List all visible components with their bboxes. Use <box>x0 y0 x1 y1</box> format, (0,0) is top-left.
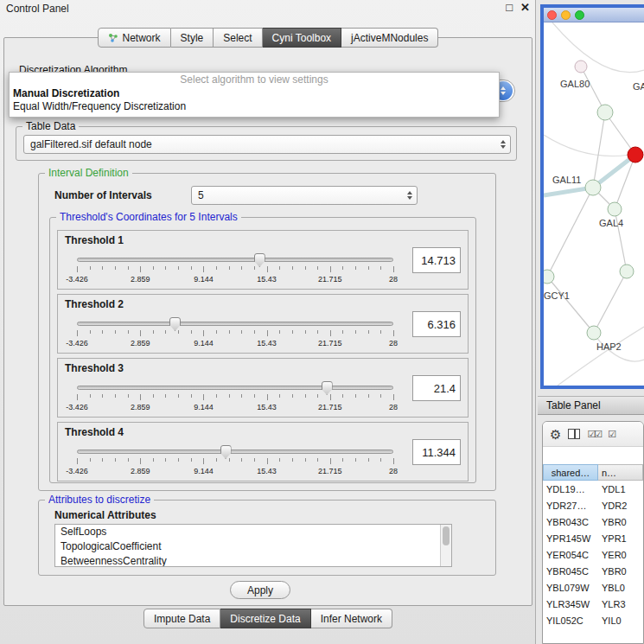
tab-jactivemnodules[interactable]: jActiveMNodules <box>341 28 438 48</box>
tab-select[interactable]: Select <box>214 28 262 48</box>
select-checkbox-icon[interactable]: ☑ <box>608 430 615 439</box>
table-cell-shared-name[interactable]: YPR145W <box>543 533 598 544</box>
threshold-slider[interactable]: -3.4262.8599.14415.4321.71528 <box>77 317 393 352</box>
table-spacer <box>543 447 643 464</box>
table-cell-shared-name[interactable]: YLR345W <box>543 599 598 609</box>
scrollbar-thumb[interactable] <box>443 526 450 545</box>
app-window: Control Panel □ ✕ NetworkStyleSelectCyni… <box>0 0 644 644</box>
tick-mark <box>77 458 78 464</box>
number-of-intervals-combobox[interactable]: 5 <box>191 186 418 205</box>
tab-cyni-toolbox[interactable]: Cyni Toolbox <box>263 28 341 48</box>
slider-thumb[interactable] <box>322 381 333 395</box>
combo-arrows-icon[interactable] <box>501 140 506 149</box>
table-cell-name[interactable]: YBR0 <box>598 566 643 577</box>
network-node[interactable] <box>585 180 601 195</box>
slider-track[interactable] <box>77 386 393 390</box>
table-cell-name[interactable]: YBL0 <box>598 583 643 593</box>
interval-definition-title: Interval Definition <box>45 167 132 179</box>
attribute-item-topologicalcoefficient[interactable]: TopologicalCoefficient <box>55 539 451 554</box>
network-window-titlebar[interactable] <box>544 8 644 22</box>
table-cell-name[interactable]: YBR0 <box>598 517 643 527</box>
network-node[interactable] <box>597 105 613 120</box>
minimize-traffic-light-icon[interactable] <box>561 10 571 20</box>
network-node[interactable] <box>608 202 622 216</box>
table-cell-name[interactable]: YIL0 <box>598 615 643 626</box>
threshold-slider[interactable]: -3.4262.8599.14415.4321.71528 <box>77 445 393 480</box>
tab-infer-network[interactable]: Infer Network <box>311 609 392 628</box>
table-cell-name[interactable]: YPR1 <box>598 533 643 544</box>
tick-mark <box>229 266 230 270</box>
table-cell-name[interactable]: YDL1 <box>598 484 643 494</box>
zoom-traffic-light-icon[interactable] <box>575 10 584 20</box>
table-data-value: galFiltered.sif default node <box>30 138 152 150</box>
close-traffic-light-icon[interactable] <box>547 10 557 20</box>
table-row[interactable]: YER054CYER0 <box>543 546 643 563</box>
network-view-window[interactable]: GAL80 GA GAL11 GAL4 GCY1 HAP2 <box>540 4 644 389</box>
table-cell-shared-name[interactable]: YBR045C <box>543 566 598 577</box>
tick-mark <box>191 394 192 398</box>
slider-track[interactable] <box>77 450 393 454</box>
network-canvas[interactable]: GAL80 GA GAL11 GAL4 GCY1 HAP2 <box>544 22 644 386</box>
column-header-shared-name[interactable]: shared… <box>543 464 598 481</box>
table-cell-shared-name[interactable]: YDL19… <box>543 484 598 494</box>
attributes-listbox[interactable]: SelfLoopsTopologicalCoefficientBetweenne… <box>54 524 452 567</box>
scale-label: -3.426 <box>66 403 88 411</box>
network-node[interactable] <box>620 265 634 278</box>
top-tab-bar: NetworkStyleSelectCyni ToolboxjActiveMNo… <box>0 28 536 48</box>
table-row[interactable]: YBR043CYBR0 <box>543 513 643 530</box>
table-data-combobox[interactable]: galFiltered.sif default node <box>23 135 511 154</box>
attribute-item-betweennesscentrality[interactable]: BetweennessCentrality <box>55 554 451 567</box>
combo-arrows-icon[interactable] <box>407 191 412 200</box>
gear-icon[interactable]: ⚙ <box>550 428 561 441</box>
attributes-scrollbar[interactable] <box>440 525 451 566</box>
network-node[interactable] <box>544 270 554 284</box>
attribute-item-selfloops[interactable]: SelfLoops <box>55 525 451 539</box>
threshold-panel: Threshold 1 -3.4262.8599.14415.4321.7152… <box>57 230 469 290</box>
table-cell-shared-name[interactable]: YBL079W <box>543 583 598 593</box>
threshold-value-field[interactable]: 21.4 <box>412 375 461 401</box>
table-cell-name[interactable]: YLR3 <box>598 599 643 609</box>
table-cell-name[interactable]: YER0 <box>598 550 643 560</box>
network-node[interactable] <box>575 61 587 73</box>
tab-discretize-data[interactable]: Discretize Data <box>220 609 310 628</box>
selected-network-node[interactable] <box>628 147 643 163</box>
slider-track[interactable] <box>77 322 393 326</box>
tick-mark <box>317 458 318 462</box>
threshold-slider[interactable]: -3.4262.8599.14415.4321.71528 <box>77 381 393 416</box>
table-row[interactable]: YBR045CYBR0 <box>543 563 643 579</box>
float-window-icon[interactable]: □ <box>506 1 513 14</box>
table-row[interactable]: YIL052CYIL0 <box>543 612 643 628</box>
close-icon[interactable]: ✕ <box>520 1 530 14</box>
table-row[interactable]: YPR145WYPR1 <box>543 530 643 546</box>
table-row[interactable]: YDR27…YDR2 <box>543 497 643 513</box>
slider-thumb[interactable] <box>220 445 232 459</box>
table-cell-shared-name[interactable]: YDR27… <box>543 501 598 511</box>
select-all-checkboxes-icon[interactable]: ☑☑ <box>587 430 601 439</box>
threshold-value-field[interactable]: 14.713 <box>412 247 461 273</box>
slider-thumb[interactable] <box>169 317 181 331</box>
table-cell-shared-name[interactable]: YBR043C <box>543 517 598 527</box>
algorithm-option-manual-discretization[interactable]: Manual Discretization <box>10 87 499 100</box>
tab-network[interactable]: Network <box>98 28 171 48</box>
tab-style[interactable]: Style <box>171 28 214 48</box>
tick-mark <box>241 394 242 398</box>
tick-mark <box>203 458 204 464</box>
table-row[interactable]: YLR345WYLR3 <box>543 596 643 612</box>
scale-label: 28 <box>389 339 398 348</box>
threshold-value-field[interactable]: 6.316 <box>412 311 461 337</box>
slider-track[interactable] <box>77 258 393 262</box>
apply-button[interactable]: Apply <box>230 581 290 599</box>
table-cell-shared-name[interactable]: YIL052C <box>543 615 598 626</box>
columns-icon[interactable] <box>568 429 580 439</box>
threshold-slider[interactable]: -3.4262.8599.14415.4321.71528 <box>77 253 393 288</box>
table-row[interactable]: YBL079WYBL0 <box>543 579 643 596</box>
slider-thumb[interactable] <box>254 253 265 267</box>
table-cell-shared-name[interactable]: YER054C <box>543 550 598 560</box>
algorithm-option-equal-width-frequency-discretization[interactable]: Equal Width/Frequency Discretization <box>10 100 499 113</box>
table-row[interactable]: YDL19…YDL1 <box>543 481 643 497</box>
network-node[interactable] <box>587 326 601 340</box>
threshold-value-field[interactable]: 11.344 <box>412 439 461 465</box>
column-header-name[interactable]: n… <box>598 464 643 481</box>
tab-impute-data[interactable]: Impute Data <box>143 609 220 628</box>
table-cell-name[interactable]: YDR2 <box>598 501 643 511</box>
